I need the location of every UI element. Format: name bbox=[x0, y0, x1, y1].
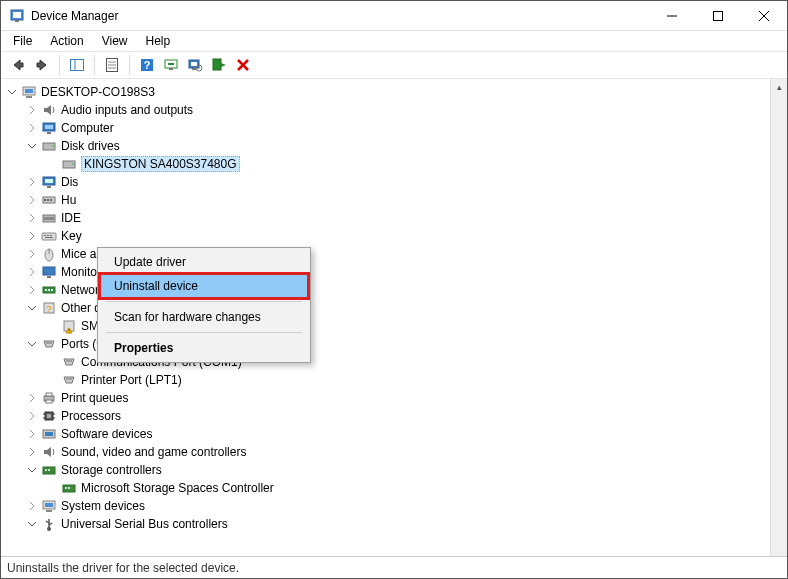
menu-help[interactable]: Help bbox=[138, 32, 179, 50]
expander-icon[interactable] bbox=[25, 337, 39, 351]
device-label-selected: KINGSTON SA400S37480G bbox=[81, 156, 240, 172]
printer-icon bbox=[41, 390, 57, 406]
expander-icon[interactable] bbox=[25, 499, 39, 513]
port-icon bbox=[41, 336, 57, 352]
context-menu-separator bbox=[106, 332, 302, 333]
category-label: Universal Serial Bus controllers bbox=[61, 517, 228, 531]
expander-icon[interactable] bbox=[25, 409, 39, 423]
display-adapter-icon bbox=[41, 174, 57, 190]
tree-device-lpt1[interactable]: Printer Port (LPT1) bbox=[5, 371, 770, 389]
svg-rect-47 bbox=[50, 235, 52, 236]
show-hide-tree-button[interactable] bbox=[66, 54, 88, 76]
expander-icon[interactable] bbox=[25, 193, 39, 207]
monitor-icon bbox=[41, 120, 57, 136]
device-manager-window: Device Manager File Action View Help bbox=[0, 0, 788, 579]
close-icon bbox=[759, 11, 769, 21]
tree-category-processors[interactable]: Processors bbox=[5, 407, 770, 425]
svg-rect-19 bbox=[191, 62, 197, 66]
menu-view[interactable]: View bbox=[94, 32, 136, 50]
help-button[interactable]: ? bbox=[136, 54, 158, 76]
properties-icon bbox=[104, 57, 120, 73]
tree-category-usb[interactable]: Universal Serial Bus controllers bbox=[5, 515, 770, 533]
category-label: Storage controllers bbox=[61, 463, 162, 477]
minimize-button[interactable] bbox=[649, 1, 695, 30]
expander-icon[interactable] bbox=[25, 283, 39, 297]
update-driver-button[interactable] bbox=[160, 54, 182, 76]
svg-rect-2 bbox=[15, 20, 19, 22]
context-menu-separator bbox=[106, 301, 302, 302]
tree-category-storage[interactable]: Storage controllers bbox=[5, 461, 770, 479]
toolbar-separator bbox=[94, 55, 95, 75]
context-menu-update-driver[interactable]: Update driver bbox=[100, 250, 308, 274]
svg-point-65 bbox=[66, 360, 67, 361]
svg-rect-72 bbox=[46, 393, 52, 396]
maximize-button[interactable] bbox=[695, 1, 741, 30]
svg-rect-17 bbox=[169, 68, 173, 70]
keyboard-icon bbox=[41, 228, 57, 244]
expander-icon[interactable] bbox=[25, 247, 39, 261]
menu-file[interactable]: File bbox=[5, 32, 40, 50]
chevron-down-icon bbox=[27, 465, 37, 475]
expander-icon[interactable] bbox=[25, 211, 39, 225]
svg-rect-20 bbox=[192, 68, 196, 70]
chevron-right-icon bbox=[27, 411, 37, 421]
storage-controller-icon bbox=[61, 480, 77, 496]
expander-icon[interactable] bbox=[25, 517, 39, 531]
context-menu-scan-hardware[interactable]: Scan for hardware changes bbox=[100, 305, 308, 329]
tree-category-audio[interactable]: Audio inputs and outputs bbox=[5, 101, 770, 119]
expander-icon[interactable] bbox=[5, 85, 19, 99]
vertical-scrollbar[interactable]: ▴ bbox=[770, 79, 787, 556]
expander-icon[interactable] bbox=[25, 265, 39, 279]
expander-icon[interactable] bbox=[25, 427, 39, 441]
tree-category-display[interactable]: Dis bbox=[5, 173, 770, 191]
chevron-right-icon bbox=[27, 267, 37, 277]
tree-category-hid[interactable]: Hu bbox=[5, 191, 770, 209]
ide-controller-icon bbox=[41, 210, 57, 226]
window-controls bbox=[649, 1, 787, 30]
svg-rect-44 bbox=[42, 233, 56, 240]
context-menu-properties[interactable]: Properties bbox=[100, 336, 308, 360]
expander-icon[interactable] bbox=[25, 391, 39, 405]
properties-button[interactable] bbox=[101, 54, 123, 76]
expander-icon[interactable] bbox=[25, 175, 39, 189]
menu-action[interactable]: Action bbox=[42, 32, 91, 50]
enable-device-icon bbox=[211, 57, 227, 73]
tree-category-sound[interactable]: Sound, video and game controllers bbox=[5, 443, 770, 461]
svg-rect-41 bbox=[50, 199, 52, 201]
context-menu-uninstall-device[interactable]: Uninstall device bbox=[100, 274, 308, 298]
expander-icon[interactable] bbox=[25, 463, 39, 477]
scrollbar-up-arrow-icon[interactable]: ▴ bbox=[771, 82, 787, 92]
tree-root[interactable]: DESKTOP-CO198S3 bbox=[5, 83, 770, 101]
chevron-right-icon bbox=[27, 249, 37, 259]
scan-hardware-button[interactable] bbox=[184, 54, 206, 76]
expander-icon[interactable] bbox=[25, 121, 39, 135]
expander-icon[interactable] bbox=[25, 103, 39, 117]
expander-icon[interactable] bbox=[25, 445, 39, 459]
svg-rect-29 bbox=[45, 125, 53, 129]
tree-category-ide[interactable]: IDE bbox=[5, 209, 770, 227]
chevron-right-icon bbox=[27, 231, 37, 241]
tree-category-print-queues[interactable]: Print queues bbox=[5, 389, 770, 407]
tree-category-disk-drives[interactable]: Disk drives bbox=[5, 137, 770, 155]
tree-device-selected[interactable]: KINGSTON SA400S37480G bbox=[5, 155, 770, 173]
svg-rect-45 bbox=[44, 235, 46, 236]
svg-rect-56 bbox=[51, 289, 53, 291]
tree-category-software-devices[interactable]: Software devices bbox=[5, 425, 770, 443]
close-button[interactable] bbox=[741, 1, 787, 30]
back-button[interactable] bbox=[7, 54, 29, 76]
tree-category-system-devices[interactable]: System devices bbox=[5, 497, 770, 515]
tree-device-ms-storage[interactable]: Microsoft Storage Spaces Controller bbox=[5, 479, 770, 497]
expander-icon[interactable] bbox=[25, 229, 39, 243]
category-label: IDE bbox=[61, 211, 81, 225]
tree-category-computer[interactable]: Computer bbox=[5, 119, 770, 137]
expander-icon[interactable] bbox=[25, 301, 39, 315]
tree-category-keyboards[interactable]: Key bbox=[5, 227, 770, 245]
forward-button[interactable] bbox=[31, 54, 53, 76]
enable-device-button[interactable] bbox=[208, 54, 230, 76]
disk-drive-icon bbox=[41, 138, 57, 154]
tree-pane-icon bbox=[69, 57, 85, 73]
uninstall-device-button[interactable] bbox=[232, 54, 254, 76]
svg-rect-22 bbox=[213, 59, 221, 70]
expander-icon[interactable] bbox=[25, 139, 39, 153]
computer-icon bbox=[21, 84, 37, 100]
